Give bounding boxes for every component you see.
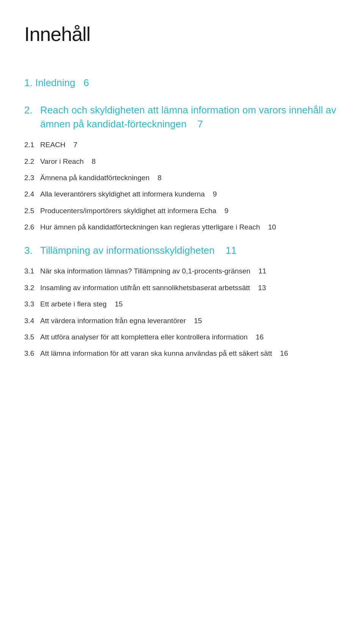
- table-of-contents: 1. Inledning 6 2. Reach och skyldigheten…: [24, 76, 340, 359]
- section-3-5-label: Att utföra analyser för att komplettera …: [40, 331, 340, 342]
- section-2-6-number: 2.6: [24, 221, 40, 232]
- section-3-number: 3.: [24, 243, 40, 257]
- toc-entry-3-2: 3.2 Insamling av information utifrån ett…: [24, 282, 340, 293]
- toc-entry-1: 1. Inledning 6: [24, 76, 340, 90]
- toc-section-2: 2. Reach och skyldigheten att lämna info…: [24, 103, 340, 232]
- section-3-1-label: När ska information lämnas? Tillämpning …: [40, 265, 340, 276]
- section-2-2-label: Varor i Reach 8: [40, 156, 340, 167]
- section-1-number: 1.: [24, 77, 35, 88]
- section-2-label: Reach och skyldigheten att lämna informa…: [40, 103, 340, 131]
- toc-section-3: 3. Tillämpning av informationsskyldighet…: [24, 243, 340, 359]
- section-2-6-label: Hur ämnen på kandidatförteckningen kan r…: [40, 221, 340, 232]
- section-2-1-label: REACH 7: [40, 139, 340, 150]
- section-3-6-label: Att lämna information för att varan ska …: [40, 348, 340, 359]
- toc-entry-2-2: 2.2 Varor i Reach 8: [24, 156, 340, 167]
- toc-entry-2-6: 2.6 Hur ämnen på kandidatförteckningen k…: [24, 221, 340, 232]
- toc-entry-2-4: 2.4 Alla leverantörers skyldighet att in…: [24, 188, 340, 199]
- section-3-4-number: 3.4: [24, 315, 40, 326]
- section-2-4-label: Alla leverantörers skyldighet att inform…: [40, 188, 340, 199]
- toc-entry-3-6: 3.6 Att lämna information för att varan …: [24, 348, 340, 359]
- section-3-2-number: 3.2: [24, 282, 40, 293]
- section-2-4-number: 2.4: [24, 188, 40, 199]
- toc-section-1: 1. Inledning 6: [24, 76, 340, 90]
- toc-entry-2: 2. Reach och skyldigheten att lämna info…: [24, 103, 340, 131]
- section-3-1-number: 3.1: [24, 265, 40, 276]
- section-1-label: Inledning: [35, 77, 75, 88]
- section-1-page: 6: [83, 77, 89, 88]
- section-2-3-number: 2.3: [24, 172, 40, 183]
- toc-entry-3-3: 3.3 Ett arbete i flera steg 15: [24, 298, 340, 309]
- toc-entry-2-5: 2.5 Producenters/importörers skyldighet …: [24, 205, 340, 216]
- section-2-5-label: Producenters/importörers skyldighet att …: [40, 205, 340, 216]
- toc-entry-3-4: 3.4 Att värdera information från egna le…: [24, 315, 340, 326]
- section-2-number: 2.: [24, 103, 40, 117]
- section-3-4-label: Att värdera information från egna levera…: [40, 315, 340, 326]
- section-3-label: Tillämpning av informationsskyldigheten …: [40, 243, 340, 257]
- section-2-3-label: Ämnena på kandidatförteckningen 8: [40, 172, 340, 183]
- toc-entry-2-3: 2.3 Ämnena på kandidatförteckningen 8: [24, 172, 340, 183]
- section-2-2-number: 2.2: [24, 156, 40, 167]
- toc-entry-3: 3. Tillämpning av informationsskyldighet…: [24, 243, 340, 257]
- toc-entry-3-5: 3.5 Att utföra analyser för att komplett…: [24, 331, 340, 342]
- toc-entry-2-1: 2.1 REACH 7: [24, 139, 340, 150]
- section-3-2-label: Insamling av information utifrån ett san…: [40, 282, 340, 293]
- section-2-1-number: 2.1: [24, 139, 40, 150]
- page-title: Innehåll: [24, 23, 340, 46]
- section-2-5-number: 2.5: [24, 205, 40, 216]
- section-3-3-label: Ett arbete i flera steg 15: [40, 298, 340, 309]
- section-3-6-number: 3.6: [24, 348, 40, 359]
- section-3-5-number: 3.5: [24, 331, 40, 342]
- section-3-3-number: 3.3: [24, 298, 40, 309]
- toc-entry-3-1: 3.1 När ska information lämnas? Tillämpn…: [24, 265, 340, 276]
